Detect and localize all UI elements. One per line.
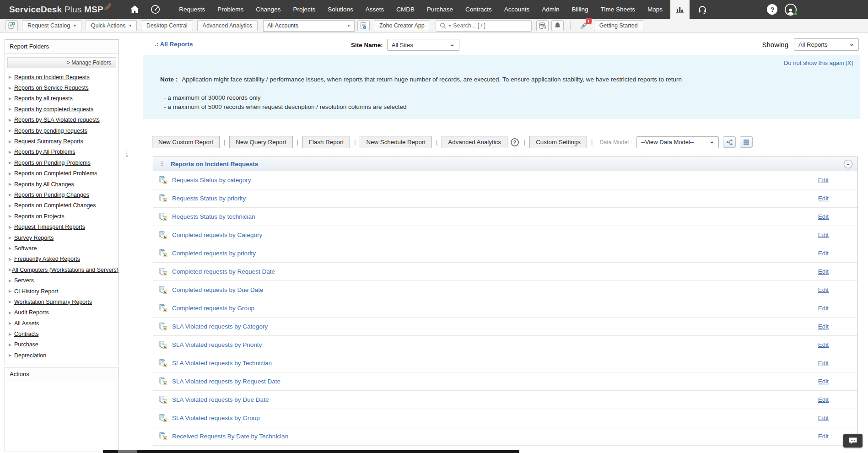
folder-expand-arrow-icon[interactable]: ▶ xyxy=(9,353,14,357)
report-edit-link[interactable]: Edit xyxy=(818,177,829,183)
new-custom-report-button[interactable]: New Custom Report xyxy=(152,136,220,148)
report-link[interactable]: Completed requests by Due Date xyxy=(172,286,264,293)
folder-link[interactable]: Reports by All Changes xyxy=(14,181,74,188)
folder-link[interactable]: Reports on Incident Requests xyxy=(14,74,90,81)
report-edit-link[interactable]: Edit xyxy=(818,305,829,312)
folder-link[interactable]: Reports by pending requests xyxy=(14,128,87,134)
folder-link[interactable]: Reports by SLA Violated requests xyxy=(14,117,100,123)
folder-expand-arrow-icon[interactable]: ▶ xyxy=(9,321,14,325)
folder-expand-arrow-icon[interactable]: ▶ xyxy=(9,300,14,304)
folder-expand-arrow-icon[interactable]: ▶ xyxy=(9,236,14,240)
topnav-item[interactable]: Admin xyxy=(536,0,566,19)
topnav-item[interactable]: Contracts xyxy=(459,0,498,19)
folder-expand-arrow-icon[interactable]: ▶ xyxy=(9,107,14,111)
folder-link[interactable]: Reports by all requests xyxy=(14,95,73,102)
folder-link[interactable]: Reports by completed requests xyxy=(14,106,93,113)
folder-expand-arrow-icon[interactable]: ▶ xyxy=(9,246,14,250)
report-list-view-icon[interactable] xyxy=(740,136,753,148)
drag-handle-icon[interactable] xyxy=(160,161,165,167)
getting-started-button[interactable]: Getting Started xyxy=(594,20,643,31)
collapse-section-icon[interactable]: ⌄ xyxy=(844,160,852,168)
search-input[interactable] xyxy=(453,22,527,29)
folder-link[interactable]: Purchase xyxy=(14,341,38,348)
folder-expand-arrow-icon[interactable]: ▶ xyxy=(9,268,12,272)
report-link[interactable]: Requests Status by priority xyxy=(172,195,246,202)
folder-link[interactable]: Workstation Summary Reports xyxy=(14,299,92,305)
folder-link[interactable]: Contracts xyxy=(14,331,39,337)
report-edit-link[interactable]: Edit xyxy=(818,360,829,367)
topnav-item[interactable]: Billing xyxy=(566,0,594,19)
report-edit-link[interactable]: Edit xyxy=(818,268,829,275)
home-icon[interactable] xyxy=(128,0,142,19)
request-catalog-button[interactable]: Request Catalog ▾ xyxy=(22,20,81,31)
help-icon[interactable]: ? xyxy=(767,4,777,15)
report-edit-link[interactable]: Edit xyxy=(818,213,829,220)
folder-link[interactable]: Servers xyxy=(14,277,34,284)
custom-settings-button[interactable]: Custom Settings xyxy=(529,136,587,148)
account-filter-select[interactable]: All Accounts ▼ xyxy=(263,20,355,32)
folder-expand-arrow-icon[interactable]: ▶ xyxy=(9,172,14,176)
report-link[interactable]: SLA Violated requests by Priority xyxy=(172,341,262,348)
search-icon[interactable] xyxy=(440,22,447,29)
folder-expand-arrow-icon[interactable]: ▶ xyxy=(9,150,14,154)
dashboard-icon[interactable] xyxy=(148,0,163,19)
site-name-select[interactable]: All Sites ⌄ xyxy=(387,39,459,51)
folder-expand-arrow-icon[interactable]: ▶ xyxy=(9,279,14,283)
topnav-item[interactable]: Purchase xyxy=(421,0,459,19)
report-link[interactable]: Requests Status by category xyxy=(172,177,251,183)
report-edit-link[interactable]: Edit xyxy=(818,396,829,403)
app-logo[interactable]: ServiceDesk Plus MSP xyxy=(9,5,111,15)
horizontal-scrollbar[interactable] xyxy=(103,450,519,453)
analytics-help-icon[interactable]: ? xyxy=(511,138,519,146)
quick-actions-button[interactable]: Quick Actions ▾ xyxy=(86,20,137,31)
topnav-item[interactable]: Assets xyxy=(359,0,390,19)
folder-expand-arrow-icon[interactable]: ▶ xyxy=(9,289,14,293)
report-link[interactable]: SLA Violated requests by Technician xyxy=(172,360,272,367)
folder-link[interactable]: Reports on Pending Problems xyxy=(14,160,91,166)
report-link[interactable]: Completed requests by priority xyxy=(172,250,256,257)
desktop-central-button[interactable]: Desktop Central xyxy=(141,20,193,31)
user-avatar[interactable] xyxy=(785,4,797,16)
folder-expand-arrow-icon[interactable]: ▶ xyxy=(9,97,14,101)
breadcrumb[interactable]: .: All Reports xyxy=(155,41,193,48)
report-edit-link[interactable]: Edit xyxy=(818,323,829,330)
folder-link[interactable]: Reports on Service Requests xyxy=(14,85,89,91)
folder-link[interactable]: All Assets xyxy=(14,320,39,327)
getting-started-rocket-icon[interactable]: 1 xyxy=(578,20,590,32)
topnav-item[interactable]: Requests xyxy=(173,0,211,19)
showing-select[interactable]: All Reports ⌄ xyxy=(794,38,859,51)
dismiss-note-link[interactable]: Do not show this again [X] xyxy=(784,59,853,66)
folder-link[interactable]: Frequently Asked Reports xyxy=(14,256,80,262)
folder-link[interactable]: Survey Reports xyxy=(14,235,54,241)
report-edit-link[interactable]: Edit xyxy=(818,341,829,348)
folder-link[interactable]: Depreciation xyxy=(14,352,46,359)
report-edit-link[interactable]: Edit xyxy=(818,378,829,385)
advanced-analytics-button[interactable]: Advanced Analytics xyxy=(197,20,258,31)
folder-link[interactable]: Software xyxy=(14,245,37,252)
report-edit-link[interactable]: Edit xyxy=(818,286,829,293)
folder-expand-arrow-icon[interactable]: ▶ xyxy=(9,204,14,208)
advanced-analytics-action-button[interactable]: Advanced Analytics xyxy=(442,136,507,148)
report-link[interactable]: SLA Violated requests by Category xyxy=(172,323,268,330)
folder-link[interactable]: All Computers (Workstations and Servers) xyxy=(12,267,119,273)
folder-link[interactable]: Request Timespent Reports xyxy=(14,224,85,230)
folder-expand-arrow-icon[interactable]: ▶ xyxy=(9,129,14,133)
manage-folders-link[interactable]: > Manage Folders xyxy=(7,57,116,68)
report-edit-link[interactable]: Edit xyxy=(818,433,829,440)
search-scope-caret-icon[interactable]: ▾ xyxy=(449,23,451,28)
folder-expand-arrow-icon[interactable]: ▶ xyxy=(9,86,14,90)
report-link[interactable]: Completed requests by Request Date xyxy=(172,268,275,275)
sidebar-collapse-handle[interactable]: ⋮ ◂ xyxy=(124,151,129,167)
flash-report-button[interactable]: Flash Report xyxy=(302,136,350,148)
folder-expand-arrow-icon[interactable]: ▶ xyxy=(9,182,14,186)
topnav-item[interactable]: Time Sheets xyxy=(594,0,641,19)
folder-link[interactable]: Reports on Completed Changes xyxy=(14,202,96,209)
new-query-report-button[interactable]: New Query Report xyxy=(229,136,292,148)
folder-expand-arrow-icon[interactable]: ▶ xyxy=(9,332,14,336)
data-model-select[interactable]: --View Data Model-- ⌄ xyxy=(636,136,719,148)
headset-icon[interactable] xyxy=(694,0,711,19)
folder-expand-arrow-icon[interactable]: ▶ xyxy=(9,75,14,79)
folder-expand-arrow-icon[interactable]: ▶ xyxy=(9,343,14,347)
topnav-item[interactable]: Problems xyxy=(211,0,250,19)
folder-link[interactable]: CI History Report xyxy=(14,288,58,295)
